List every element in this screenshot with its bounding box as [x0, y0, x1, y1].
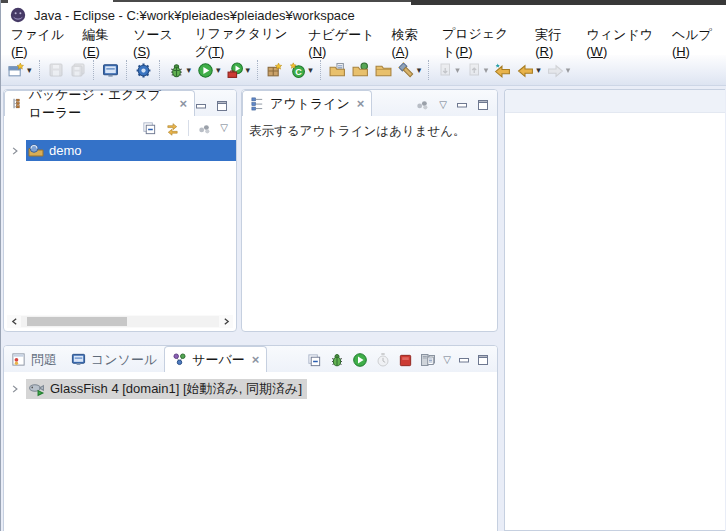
link-with-editor-icon[interactable]: [165, 121, 180, 136]
menu-search[interactable]: 検索A: [383, 23, 434, 62]
servers-icon: [172, 352, 187, 367]
minimize-icon[interactable]: [195, 100, 207, 112]
dropdown-arrow-icon[interactable]: ▾: [216, 66, 221, 75]
dropdown-arrow-icon[interactable]: ▾: [566, 66, 571, 75]
open-task-icon: [329, 62, 346, 79]
toolbar-separator: [126, 60, 128, 80]
save-button[interactable]: [45, 58, 67, 82]
minimize-icon[interactable]: [456, 99, 468, 111]
selected-project[interactable]: demo: [26, 140, 236, 161]
menu-navigate[interactable]: ナビゲートN: [300, 23, 383, 62]
view-menu-icon[interactable]: [197, 121, 212, 136]
view-menu-dropdown-icon[interactable]: ▽: [220, 123, 228, 133]
profile-server-icon[interactable]: [375, 352, 391, 368]
menu-window[interactable]: ウィンドウW: [578, 23, 664, 62]
scroll-left-icon[interactable]: [7, 317, 21, 326]
next-annotation-button[interactable]: ▾: [434, 58, 463, 82]
close-icon[interactable]: ×: [357, 96, 365, 111]
toolbar-separator: [159, 60, 161, 80]
close-icon[interactable]: ×: [252, 352, 260, 367]
menu-source[interactable]: ソースS: [125, 23, 186, 62]
view-menu-dropdown-icon[interactable]: ▽: [443, 355, 451, 365]
scrollbar-thumb[interactable]: [27, 317, 127, 326]
new-java-project-button[interactable]: [263, 58, 286, 82]
dropdown-arrow-icon[interactable]: ▾: [27, 66, 32, 75]
glassfish-button[interactable]: [132, 58, 155, 82]
search-button[interactable]: ▾: [395, 58, 425, 82]
chevron-right-icon[interactable]: [4, 384, 26, 394]
dropdown-arrow-icon[interactable]: ▾: [536, 66, 541, 75]
collapse-all-icon[interactable]: [307, 353, 322, 368]
maximize-icon[interactable]: [477, 99, 489, 111]
scrollbar-track[interactable]: [21, 316, 219, 327]
toolbar-separator: [257, 60, 259, 80]
maximize-icon[interactable]: [477, 354, 489, 366]
back-button[interactable]: ▾: [514, 58, 544, 82]
view-menu-dropdown-icon[interactable]: ▽: [439, 100, 447, 110]
editor-tab-strip: [505, 90, 725, 113]
servers-tree: GlassFish 4 [domain1] [始動済み, 同期済み]: [4, 372, 497, 399]
menu-run[interactable]: 実行R: [527, 23, 578, 62]
dropdown-arrow-icon[interactable]: ▾: [484, 66, 489, 75]
tab-label: パッケージ・エクスプローラー: [29, 89, 173, 122]
previous-annotation-button[interactable]: ▾: [463, 58, 492, 82]
new-wizard-button[interactable]: ▾: [5, 58, 35, 82]
close-icon[interactable]: ×: [179, 96, 187, 111]
tree-row-demo[interactable]: demo: [4, 140, 236, 161]
save-icon: [48, 62, 64, 78]
glassfish-gear-icon: [135, 62, 152, 79]
open-resource-button[interactable]: [372, 58, 395, 82]
stop-server-icon[interactable]: [398, 353, 413, 368]
forward-button[interactable]: ▾: [544, 58, 574, 82]
save-all-button[interactable]: [67, 58, 89, 82]
tab-label: 問題: [31, 351, 57, 369]
dropdown-arrow-icon[interactable]: ▾: [187, 66, 192, 75]
tab-servers[interactable]: サーバー ×: [164, 346, 267, 372]
tab-package-explorer[interactable]: パッケージ・エクスプローラー ×: [4, 90, 195, 116]
publish-icon[interactable]: [420, 352, 436, 368]
menu-help[interactable]: ヘルプH: [664, 23, 726, 62]
new-java-project-icon: [266, 62, 283, 79]
tab-console[interactable]: コンソール: [64, 347, 164, 372]
admin-console-button[interactable]: [99, 58, 122, 82]
menu-edit[interactable]: 編集E: [75, 23, 126, 62]
menu-file[interactable]: ファイルF: [3, 23, 75, 62]
open-type-button[interactable]: [349, 58, 372, 82]
run-external-tools-button[interactable]: ▾: [224, 58, 254, 82]
open-task-button[interactable]: [326, 58, 349, 82]
collapse-all-icon[interactable]: [142, 121, 157, 136]
debug-bug-icon: [168, 62, 185, 79]
save-all-icon: [70, 62, 86, 78]
tab-outline[interactable]: アウトライン ×: [242, 90, 372, 116]
toolbar-separator: [428, 60, 430, 80]
java-project-icon: [28, 143, 44, 159]
tab-problems[interactable]: 問題: [4, 347, 64, 372]
view-menu-icon[interactable]: [415, 97, 430, 112]
forward-arrow-icon: [547, 62, 564, 79]
minimize-icon[interactable]: [458, 354, 470, 366]
glassfish-server-icon: [28, 380, 45, 397]
debug-button[interactable]: ▾: [165, 58, 195, 82]
horizontal-scrollbar[interactable]: [7, 315, 233, 328]
maximize-icon[interactable]: [216, 100, 228, 112]
dropdown-arrow-icon[interactable]: ▾: [455, 66, 460, 75]
new-class-button[interactable]: C ▾: [286, 58, 316, 82]
last-edit-location-button[interactable]: [491, 58, 514, 82]
window-top-edge: [113, 0, 413, 2]
svg-text:C: C: [295, 66, 302, 76]
admin-console-icon: [102, 62, 119, 79]
chevron-right-icon[interactable]: [4, 146, 26, 156]
dropdown-arrow-icon[interactable]: ▾: [417, 66, 422, 75]
selected-server[interactable]: GlassFish 4 [domain1] [始動済み, 同期済み]: [26, 379, 307, 399]
dropdown-arrow-icon[interactable]: ▾: [308, 66, 313, 75]
servers-tabrow: 問題 コンソール サーバー × ▽: [4, 346, 497, 372]
next-annotation-icon: [437, 62, 453, 78]
tab-label: サーバー: [192, 351, 245, 369]
dropdown-arrow-icon[interactable]: ▾: [246, 66, 251, 75]
scroll-right-icon[interactable]: [219, 317, 233, 326]
debug-server-icon[interactable]: [329, 352, 345, 368]
open-resource-icon: [375, 62, 392, 79]
run-button[interactable]: ▾: [194, 58, 224, 82]
start-server-icon[interactable]: [352, 352, 368, 368]
tree-row-glassfish[interactable]: GlassFish 4 [domain1] [始動済み, 同期済み]: [4, 378, 497, 399]
